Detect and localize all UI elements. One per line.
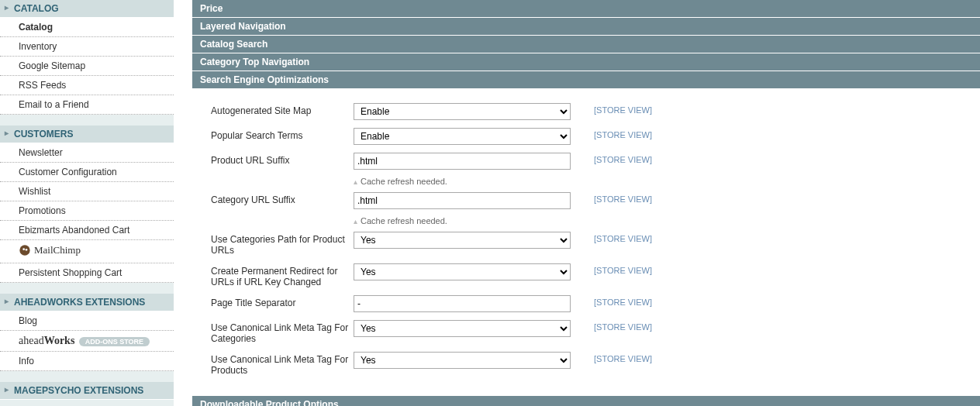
label-category-url-suffix: Category URL Suffix <box>192 192 354 205</box>
section-bar-category-top-nav[interactable]: Category Top Navigation <box>192 53 980 71</box>
sidebar-item-info[interactable]: Info <box>0 352 174 371</box>
label-canonical-cat: Use Canonical Link Meta Tag For Categori… <box>192 320 354 344</box>
sidebar-item-aheadworks-store[interactable]: aheadWorks ADD-ONS STORE <box>0 331 174 352</box>
scope-label: [STORE VIEW] <box>571 103 652 115</box>
main-panel: Price Layered Navigation Catalog Search … <box>192 0 980 406</box>
section-aheadworks-title[interactable]: AHEADWORKS EXTENSIONS <box>0 294 174 311</box>
label-perm-redirect: Create Permanent Redirect for URLs if UR… <box>192 263 354 287</box>
select-autogen-sitemap[interactable]: Enable <box>354 103 571 120</box>
seo-form: Autogenerated Site Map Enable [STORE VIE… <box>192 89 980 396</box>
input-title-separator[interactable] <box>354 295 571 312</box>
select-canonical-prod[interactable]: Yes <box>354 352 571 369</box>
input-category-url-suffix[interactable] <box>354 192 571 209</box>
sidebar-item-promotions[interactable]: Promotions <box>0 201 174 221</box>
sidebar-item-ebizmarts[interactable]: Ebizmarts Abandoned Cart <box>0 221 174 240</box>
section-magepsycho-title[interactable]: MAGEPSYCHO EXTENSIONS <box>0 382 174 400</box>
sidebar-item-google-sitemap[interactable]: Google Sitemap <box>0 57 174 76</box>
section-customers-title[interactable]: CUSTOMERS <box>0 126 174 143</box>
input-product-url-suffix[interactable] <box>354 153 571 170</box>
aheadworks-logo: aheadWorks <box>19 335 74 346</box>
sidebar-item-wishlist[interactable]: Wishlist <box>0 182 174 201</box>
scope-label: [STORE VIEW] <box>571 320 652 332</box>
sidebar-item-mailchimp[interactable]: MailChimp <box>0 240 174 263</box>
sidebar-item-rss-feeds[interactable]: RSS Feeds <box>0 76 174 95</box>
sidebar-item-catalog[interactable]: Catalog <box>0 18 174 37</box>
svg-point-0 <box>19 245 29 255</box>
label-popular-search: Popular Search Terms <box>192 128 354 141</box>
section-bar-layered-navigation[interactable]: Layered Navigation <box>192 18 980 36</box>
sidebar-item-customer-config[interactable]: Customer Configuration <box>0 163 174 182</box>
scope-label: [STORE VIEW] <box>571 295 652 307</box>
select-canonical-cat[interactable]: Yes <box>354 320 571 337</box>
scope-label: [STORE VIEW] <box>571 192 652 204</box>
helper-cache-refresh: Cache refresh needed. <box>354 174 571 189</box>
label-autogen-sitemap: Autogenerated Site Map <box>192 103 354 116</box>
sidebar-item-persistent-cart[interactable]: Persistent Shopping Cart <box>0 263 174 283</box>
section-customers-list: Newsletter Customer Configuration Wishli… <box>0 143 174 283</box>
label-use-cat-path: Use Categories Path for Product URLs <box>192 232 354 256</box>
section-bar-downloadable[interactable]: Downloadable Product Options <box>192 396 980 406</box>
scope-label: [STORE VIEW] <box>571 128 652 139</box>
label-product-url-suffix: Product URL Suffix <box>192 153 354 166</box>
select-popular-search[interactable]: Enable <box>354 128 571 145</box>
label-canonical-prod: Use Canonical Link Meta Tag For Products <box>192 352 354 376</box>
sidebar: CATALOG Catalog Inventory Google Sitemap… <box>0 0 174 406</box>
helper-cache-refresh: Cache refresh needed. <box>354 214 571 229</box>
sidebar-item-inventory[interactable]: Inventory <box>0 37 174 57</box>
section-bar-price[interactable]: Price <box>192 0 980 18</box>
sidebar-item-blog[interactable]: Blog <box>0 311 174 331</box>
sidebar-item-label: MailChimp <box>34 244 81 256</box>
svg-point-2 <box>26 249 28 251</box>
svg-point-1 <box>22 248 25 250</box>
label-title-separator: Page Title Separator <box>192 295 354 308</box>
select-perm-redirect[interactable]: Yes <box>354 263 571 280</box>
scope-label: [STORE VIEW] <box>571 232 652 243</box>
scope-label: [STORE VIEW] <box>571 352 652 363</box>
select-use-cat-path[interactable]: Yes <box>354 232 571 249</box>
section-catalog-title[interactable]: CATALOG <box>0 0 174 18</box>
section-bar-catalog-search[interactable]: Catalog Search <box>192 36 980 53</box>
scope-label: [STORE VIEW] <box>571 263 652 275</box>
scope-label: [STORE VIEW] <box>571 153 652 164</box>
sidebar-item-newsletter[interactable]: Newsletter <box>0 143 174 163</box>
section-bar-seo[interactable]: Search Engine Optimizations <box>192 71 980 89</box>
sidebar-item-email-friend[interactable]: Email to a Friend <box>0 95 174 115</box>
addons-badge: ADD-ONS STORE <box>79 337 150 346</box>
mailchimp-icon <box>19 244 31 256</box>
section-aheadworks-list: Blog aheadWorks ADD-ONS STORE Info <box>0 311 174 371</box>
section-catalog-list: Catalog Inventory Google Sitemap RSS Fee… <box>0 18 174 115</box>
